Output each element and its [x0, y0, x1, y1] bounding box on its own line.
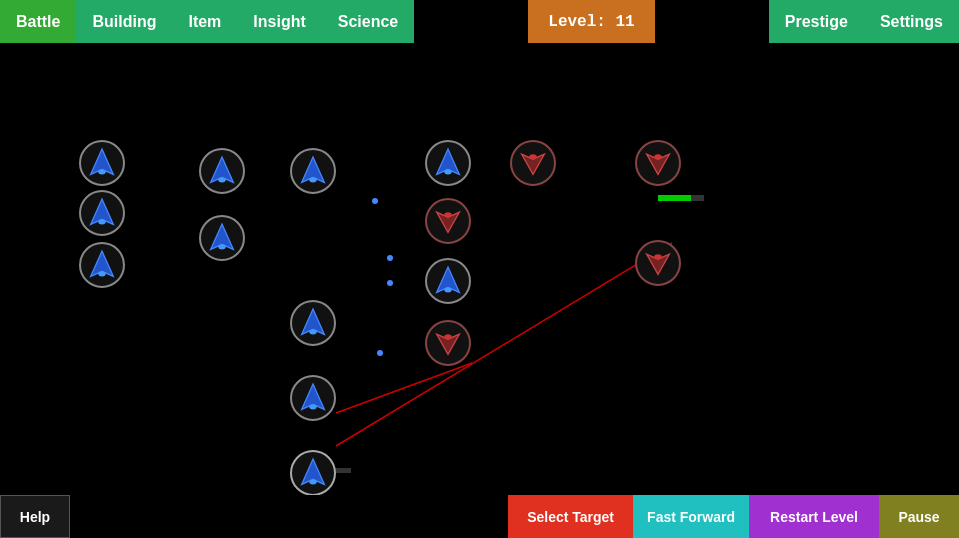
svg-point-28: [309, 479, 317, 484]
pause-button[interactable]: Pause: [879, 495, 959, 538]
bottom-bar: Help Select Target Fast Forward Restart …: [0, 495, 959, 538]
ship-s11[interactable]: [425, 198, 471, 244]
svg-point-12: [98, 169, 106, 174]
svg-point-36: [444, 334, 452, 339]
svg-point-40: [654, 154, 662, 159]
svg-point-18: [218, 177, 226, 182]
ship-s3[interactable]: [79, 242, 125, 288]
building-tab[interactable]: Building: [76, 0, 172, 43]
select-target-button[interactable]: Select Target: [508, 495, 633, 538]
insight-tab[interactable]: Insight: [237, 0, 321, 43]
ship-s8[interactable]: [290, 375, 336, 421]
ship-s1[interactable]: [79, 140, 125, 186]
svg-point-24: [309, 329, 317, 334]
restart-level-button[interactable]: Restart Level: [749, 495, 879, 538]
bottom-spacer: [70, 495, 508, 538]
ship-s13[interactable]: [425, 320, 471, 366]
prestige-button[interactable]: Prestige: [769, 0, 864, 43]
svg-rect-3: [658, 195, 691, 201]
ship-s2[interactable]: [79, 190, 125, 236]
svg-line-1: [336, 363, 472, 413]
ship-s16[interactable]: [635, 240, 681, 286]
settings-button[interactable]: Settings: [864, 0, 959, 43]
battle-area: [0, 43, 959, 496]
ship-s5[interactable]: [199, 215, 245, 261]
svg-point-10: [377, 350, 383, 356]
svg-point-14: [98, 219, 106, 224]
nav-spacer2: [655, 0, 769, 43]
level-display: Level: 11: [528, 0, 654, 43]
svg-point-30: [444, 169, 452, 174]
svg-point-34: [444, 287, 452, 292]
svg-point-20: [218, 244, 226, 249]
navbar: Battle Building Item Insight Science Lev…: [0, 0, 959, 43]
svg-point-38: [529, 154, 537, 159]
science-tab[interactable]: Science: [322, 0, 414, 43]
svg-point-42: [654, 254, 662, 259]
ship-s14[interactable]: [510, 140, 556, 186]
svg-point-8: [387, 255, 393, 261]
ship-s6[interactable]: [290, 148, 336, 194]
nav-spacer: [414, 0, 528, 43]
help-button[interactable]: Help: [0, 495, 70, 538]
svg-rect-2: [658, 195, 704, 201]
ship-s12[interactable]: [425, 258, 471, 304]
ship-s9[interactable]: [290, 450, 336, 496]
battle-tab[interactable]: Battle: [0, 0, 76, 43]
svg-point-9: [387, 280, 393, 286]
item-tab[interactable]: Item: [172, 0, 237, 43]
svg-point-22: [309, 177, 317, 182]
svg-point-16: [98, 271, 106, 276]
svg-point-32: [444, 212, 452, 217]
ship-s15[interactable]: [635, 140, 681, 186]
svg-point-6: [372, 198, 378, 204]
battle-svg: [0, 43, 959, 496]
svg-line-0: [336, 243, 672, 446]
ship-s7[interactable]: [290, 300, 336, 346]
fast-forward-button[interactable]: Fast Forward: [633, 495, 749, 538]
ship-s10[interactable]: [425, 140, 471, 186]
svg-point-26: [309, 404, 317, 409]
ship-s4[interactable]: [199, 148, 245, 194]
